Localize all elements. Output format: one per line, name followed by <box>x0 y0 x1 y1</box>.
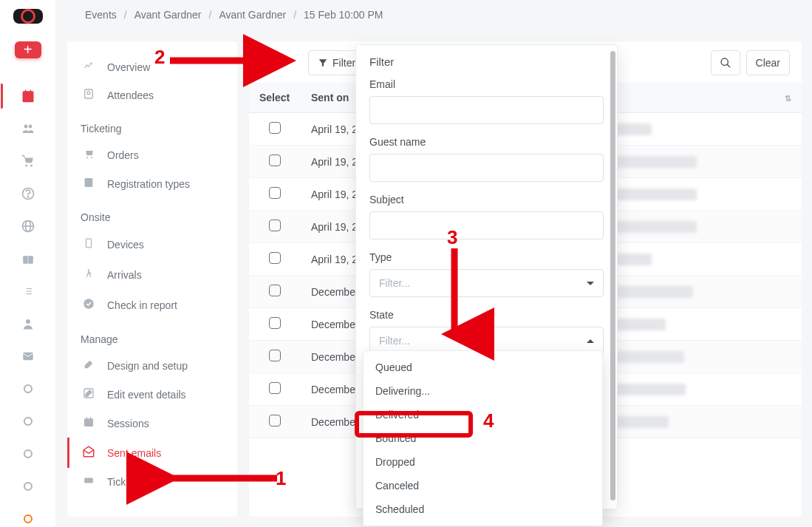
mail-icon[interactable] <box>20 348 36 364</box>
col-sent-on[interactable]: Sent on <box>311 92 349 103</box>
side-panel: Overview Attendees Ticketing Orders Regi… <box>67 41 237 517</box>
svg-rect-16 <box>23 353 33 361</box>
svg-point-6 <box>25 165 27 167</box>
filter-type-select[interactable]: Filter... <box>369 269 604 297</box>
circle-2-icon[interactable] <box>20 413 36 429</box>
nav-label: Attendees <box>107 89 154 101</box>
nav-label: Design and setup <box>107 360 188 372</box>
state-option-canceled[interactable]: Canceled <box>364 474 602 497</box>
nav-attendees[interactable]: Attendees <box>67 81 237 109</box>
gift-icon[interactable] <box>20 251 36 267</box>
ticket-icon <box>81 475 97 488</box>
filter-subject-input[interactable] <box>369 211 604 239</box>
nav-orders[interactable]: Orders <box>67 140 237 169</box>
row-checkbox[interactable] <box>269 285 281 296</box>
circle-1-icon[interactable] <box>20 381 36 397</box>
state-option-delivered[interactable]: Delivered <box>364 403 602 426</box>
nav-label: Orders <box>107 149 139 161</box>
circle-3-icon[interactable] <box>20 446 36 462</box>
check-circle-icon <box>81 297 97 313</box>
state-option-queued[interactable]: Queued <box>364 356 602 379</box>
filter-guest-input[interactable] <box>369 154 604 182</box>
nav-label: Sent emails <box>107 447 161 459</box>
svg-point-5 <box>28 125 32 129</box>
svg-rect-26 <box>84 418 93 426</box>
nav-design[interactable]: Design and setup <box>67 351 237 380</box>
row-checkbox[interactable] <box>269 252 281 264</box>
row-checkbox[interactable] <box>269 154 281 166</box>
icon-rail: + <box>0 0 55 527</box>
cart-icon[interactable] <box>20 153 36 169</box>
add-button[interactable]: + <box>15 41 41 58</box>
breadcrumb-sep: / <box>209 9 212 21</box>
nav-arrivals[interactable]: Arrivals <box>67 259 237 290</box>
state-option-dropped[interactable]: Dropped <box>364 450 602 474</box>
row-checkbox[interactable] <box>269 187 281 199</box>
type-placeholder: Filter... <box>379 277 410 289</box>
circle-4-icon[interactable] <box>20 478 36 494</box>
svg-point-4 <box>24 125 27 129</box>
svg-point-18 <box>87 92 90 95</box>
nav-checkin[interactable]: Check in report <box>67 290 237 320</box>
svg-rect-3 <box>30 90 31 92</box>
nav-sent-emails[interactable]: Sent emails <box>67 438 237 468</box>
nav-label: Sessions <box>107 418 149 429</box>
crumb-events[interactable]: Events <box>85 9 117 21</box>
clear-label: Clear <box>756 57 780 69</box>
calendar-icon[interactable] <box>20 88 36 104</box>
subject-label: Subject <box>369 194 604 205</box>
svg-point-9 <box>27 197 28 197</box>
search-button[interactable] <box>711 50 740 75</box>
row-checkbox[interactable] <box>269 317 281 329</box>
nav-sessions[interactable]: Sessions <box>67 409 237 438</box>
list-icon[interactable] <box>20 283 36 299</box>
users-icon[interactable] <box>20 120 36 137</box>
svg-point-7 <box>30 165 33 167</box>
brush-icon <box>81 358 97 373</box>
breadcrumb-sep: / <box>124 9 127 21</box>
crumb-date[interactable]: 15 Feb 10:00 PM <box>304 9 383 21</box>
row-checkbox[interactable] <box>269 382 281 394</box>
row-checkbox[interactable] <box>269 122 281 134</box>
circle-5-icon[interactable] <box>20 511 36 527</box>
filter-label: Filter <box>332 57 355 69</box>
popover-scrollbar[interactable] <box>610 51 615 500</box>
walk-icon <box>81 267 97 282</box>
help-icon[interactable] <box>20 186 36 202</box>
state-option-delivering[interactable]: Delivering... <box>364 379 602 403</box>
svg-point-30 <box>721 58 728 65</box>
svg-point-24 <box>83 299 94 309</box>
app-logo[interactable] <box>13 9 43 24</box>
state-dropdown: Queued Delivering... Delivered Bounced D… <box>363 350 603 526</box>
nav-overview[interactable]: Overview <box>67 53 237 81</box>
email-label: Email <box>369 78 604 90</box>
person-icon[interactable] <box>20 316 36 332</box>
nav-ticket-types[interactable]: Ticket types <box>67 468 237 495</box>
row-checkbox[interactable] <box>269 220 281 231</box>
filter-email-input[interactable] <box>369 96 604 124</box>
crumb-account[interactable]: Avant Gardner <box>134 9 202 21</box>
svg-point-23 <box>88 269 89 271</box>
row-checkbox[interactable] <box>269 415 281 426</box>
breadcrumb-sep: / <box>293 9 296 21</box>
nav-label: Check in report <box>107 299 177 311</box>
nav-regtypes[interactable]: Registration types <box>67 169 237 198</box>
nav-edit-details[interactable]: Edit event details <box>67 380 237 409</box>
state-option-scheduled[interactable]: Scheduled <box>364 497 602 521</box>
nav-label: Edit event details <box>107 389 186 401</box>
svg-rect-27 <box>86 417 87 419</box>
svg-point-15 <box>26 319 30 324</box>
svg-rect-21 <box>85 178 93 187</box>
globe-icon[interactable] <box>20 218 36 234</box>
nav-label: Overview <box>107 61 150 73</box>
sort-icon[interactable]: ⇅ <box>785 94 791 103</box>
section-ticketing: Ticketing <box>67 109 237 140</box>
nav-devices[interactable]: Devices <box>67 229 237 259</box>
state-option-bounced[interactable]: Bounced <box>364 426 602 450</box>
svg-rect-28 <box>90 417 91 419</box>
nav-label: Arrivals <box>107 269 142 281</box>
nav-label: Registration types <box>107 178 190 190</box>
clear-button[interactable]: Clear <box>746 50 790 75</box>
crumb-event[interactable]: Avant Gardner <box>219 9 286 21</box>
row-checkbox[interactable] <box>269 350 281 361</box>
